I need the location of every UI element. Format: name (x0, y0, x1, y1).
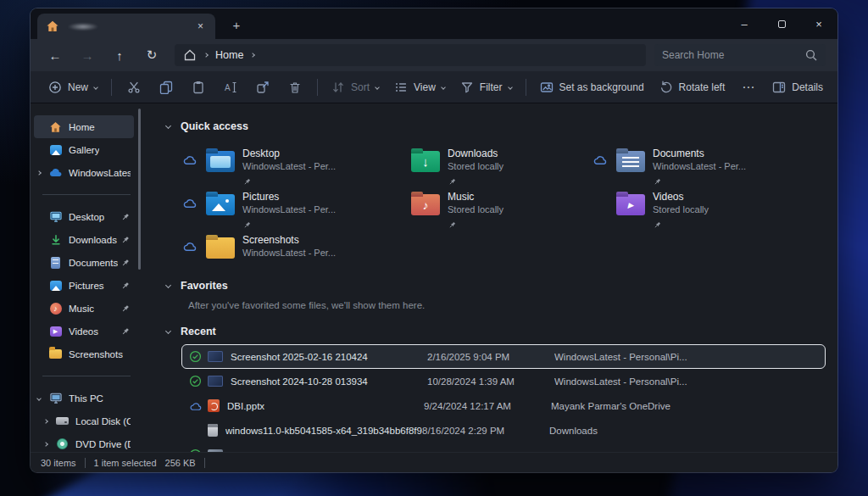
rotate-left-button[interactable]: Rotate left (652, 75, 733, 99)
documents-folder-icon (616, 151, 645, 172)
details-button[interactable]: Details (765, 75, 831, 99)
sidebar-item-label: Screenshots (69, 349, 123, 359)
file-date: 8/16/2024 2:29 PM (422, 426, 549, 436)
card-subtitle: Stored locally (448, 203, 504, 216)
expand-chevron-icon[interactable] (43, 419, 48, 424)
toolbar-divider (111, 79, 112, 96)
sidebar-item-label: WindowsLatest (69, 168, 131, 178)
quick-access-header[interactable]: Quick access (166, 120, 826, 132)
expand-chevron-icon[interactable] (36, 170, 42, 176)
sidebar-scrollbar[interactable] (138, 109, 141, 270)
card-subtitle: WindowsLatest - Per... (653, 160, 746, 173)
svg-text:A: A (225, 83, 231, 92)
quick-access-card-documents[interactable]: Documents WindowsLatest - Per... (593, 148, 804, 185)
quick-access-card-desktop[interactable]: Desktop WindowsLatest - Per... (182, 148, 394, 185)
share-button[interactable] (247, 75, 279, 99)
sidebar-item-label: Downloads (69, 235, 117, 245)
home-icon (48, 120, 63, 134)
sidebar-item-home[interactable]: Home (34, 115, 134, 138)
card-subtitle: Stored locally (653, 203, 709, 216)
sidebar-item-label: DVD Drive (D:) (75, 439, 131, 449)
pin-icon (120, 258, 131, 268)
sidebar-item-music[interactable]: ♪ Music (34, 297, 134, 320)
quick-access-card-videos[interactable]: Videos Stored locally (593, 191, 804, 228)
recent-file-row[interactable]: DBI.pptx 9/24/2024 12:17 AM Mayank Parma… (181, 393, 826, 418)
recent-file-row[interactable]: Screenshot 2024-10-28 013934 10/28/2024 … (181, 369, 826, 393)
expand-chevron-icon[interactable] (43, 442, 48, 447)
documents-icon (48, 255, 63, 270)
minimize-button[interactable]: – (726, 8, 763, 39)
maximize-button[interactable] (763, 8, 800, 39)
explorer-tab-home[interactable]: × (37, 14, 215, 39)
chevron-down-icon (508, 85, 513, 90)
more-options-button[interactable]: ⋯ (732, 75, 765, 99)
search-box (654, 44, 826, 66)
set-as-background-button[interactable]: Set as background (532, 75, 652, 99)
back-button[interactable]: ← (42, 43, 68, 67)
quick-access-card-downloads[interactable]: Downloads Stored locally (387, 148, 599, 185)
address-bar[interactable]: Home (175, 44, 646, 66)
breadcrumb-home[interactable]: Home (215, 49, 243, 61)
section-title: Recent (181, 326, 216, 337)
search-input[interactable] (662, 49, 804, 61)
status-bar: 30 items 1 item selected 256 KB (31, 452, 837, 472)
pin-icon (120, 304, 131, 314)
favorites-header[interactable]: Favorites (166, 280, 826, 292)
cut-button[interactable] (118, 75, 150, 99)
copy-button[interactable] (150, 75, 182, 99)
dvd-drive-icon (55, 437, 70, 451)
delete-button[interactable] (279, 75, 311, 99)
section-chevron-icon[interactable] (165, 327, 171, 333)
sidebar-item-this-pc[interactable]: This PC (34, 387, 134, 410)
collapse-chevron-icon[interactable] (36, 396, 42, 401)
desktop-icon (48, 209, 63, 224)
up-button[interactable]: ↑ (107, 43, 132, 67)
tab-close-icon[interactable]: × (194, 20, 207, 33)
card-name: Documents (653, 148, 746, 160)
maximize-icon (778, 20, 786, 28)
card-subtitle: WindowsLatest - Per... (242, 203, 336, 216)
sidebar-item-downloads[interactable]: Downloads (34, 228, 134, 251)
forward-button[interactable]: → (75, 43, 100, 67)
section-chevron-icon[interactable] (165, 281, 171, 287)
sort-button[interactable]: Sort (324, 75, 387, 99)
view-button[interactable]: View (387, 75, 453, 99)
file-date: 9/24/2024 12:17 AM (424, 401, 551, 411)
recent-header[interactable]: Recent (166, 326, 826, 337)
card-name: Screenshots (242, 234, 336, 247)
close-button[interactable]: × (800, 8, 837, 39)
filter-button[interactable]: Filter (453, 75, 520, 99)
pin-icon (120, 281, 131, 291)
sidebar-item-gallery[interactable]: Gallery (34, 138, 134, 161)
sidebar-item-screenshots[interactable]: Screenshots (34, 343, 134, 365)
quick-access-card-screenshots[interactable]: Screenshots WindowsLatest - Per... (182, 234, 394, 259)
status-divider (85, 458, 86, 468)
card-subtitle: WindowsLatest - Per... (242, 160, 336, 173)
pin-icon (448, 176, 457, 185)
search-icon[interactable] (804, 48, 818, 62)
paste-button[interactable] (182, 75, 214, 99)
sidebar-item-local-disk-c[interactable]: Local Disk (C:) (41, 410, 134, 432)
file-explorer-window: × + – × ← → ↑ ↻ Home (31, 8, 837, 472)
filter-icon (460, 81, 474, 94)
quick-access-card-pictures[interactable]: Pictures WindowsLatest - Per... (182, 191, 394, 228)
sidebar-item-onedrive[interactable]: WindowsLatest (34, 161, 134, 184)
recent-file-row[interactable]: windows11.0-kb5041585-x64_319b34bb6f8f9.… (181, 418, 826, 443)
recent-file-row[interactable]: Screenshot 2025-02-16 210424 2/16/2025 9… (181, 344, 826, 369)
selection-count: 1 item selected (94, 458, 157, 468)
sidebar-item-label: Local Disk (C:) (75, 416, 131, 426)
sidebar-item-desktop[interactable]: Desktop (34, 205, 134, 228)
sidebar-item-documents[interactable]: Documents (34, 251, 134, 274)
new-button[interactable]: New (41, 75, 105, 99)
sidebar-item-pictures[interactable]: Pictures (34, 274, 134, 297)
rename-button[interactable]: A (214, 75, 247, 99)
section-chevron-icon[interactable] (165, 122, 171, 128)
downloads-icon (48, 232, 63, 247)
quick-access-card-music[interactable]: Music Stored locally (387, 191, 599, 228)
recent-file-row[interactable]: Screenshot (30) 5/20/2024 3:35 AM Window… (181, 443, 826, 452)
sidebar-item-videos[interactable]: ▶ Videos (34, 320, 134, 343)
view-icon (394, 81, 408, 94)
new-tab-button[interactable]: + (225, 14, 248, 35)
file-location: Downloads (549, 426, 818, 436)
refresh-button[interactable]: ↻ (139, 43, 164, 67)
